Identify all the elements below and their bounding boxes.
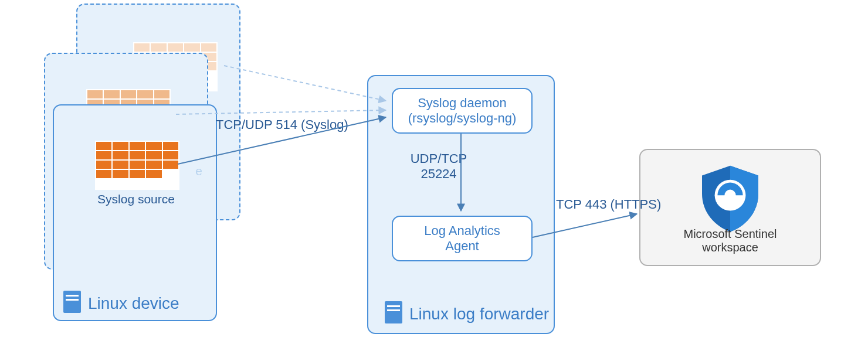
linux-device-front: Syslog source e Linux device bbox=[53, 104, 217, 321]
server-icon bbox=[385, 301, 402, 323]
device-title-front: Linux device bbox=[63, 291, 179, 313]
edge-label-https: TCP 443 (HTTPS) bbox=[556, 197, 661, 212]
log-analytics-agent-box: Log Analytics Agent bbox=[392, 216, 533, 261]
server-icon bbox=[63, 291, 81, 313]
forwarder-title: Linux log forwarder bbox=[385, 301, 549, 323]
syslog-daemon-box: Syslog daemon (rsyslog/syslog-ng) bbox=[392, 88, 533, 134]
svg-point-1 bbox=[724, 190, 735, 201]
sentinel-label: Microsoft Sentinel workspace bbox=[640, 227, 820, 254]
shield-icon bbox=[695, 163, 765, 233]
log-analytics-line2: Agent bbox=[424, 239, 500, 254]
syslog-daemon-line1: Syslog daemon bbox=[408, 96, 517, 111]
linux-log-forwarder: Syslog daemon (rsyslog/syslog-ng) Log An… bbox=[367, 75, 555, 334]
syslog-daemon-line2: (rsyslog/syslog-ng) bbox=[408, 111, 517, 126]
edge-label-syslog: TCP/UDP 514 (Syslog) bbox=[216, 117, 348, 132]
svg-line-2 bbox=[224, 66, 386, 101]
edge-label-internal: UDP/TCP 25224 bbox=[406, 151, 471, 182]
firewall-icon bbox=[95, 141, 179, 190]
device-title-text: Linux device bbox=[88, 294, 179, 313]
syslog-source-middle-rhs: e bbox=[190, 164, 208, 178]
log-analytics-line1: Log Analytics bbox=[424, 223, 500, 239]
forwarder-title-text: Linux log forwarder bbox=[409, 305, 549, 323]
syslog-source-caption: Syslog source bbox=[77, 192, 195, 206]
sentinel-line1: Microsoft Sentinel bbox=[640, 227, 820, 241]
microsoft-sentinel-workspace: Microsoft Sentinel workspace bbox=[639, 149, 821, 266]
sentinel-line2: workspace bbox=[640, 241, 820, 254]
